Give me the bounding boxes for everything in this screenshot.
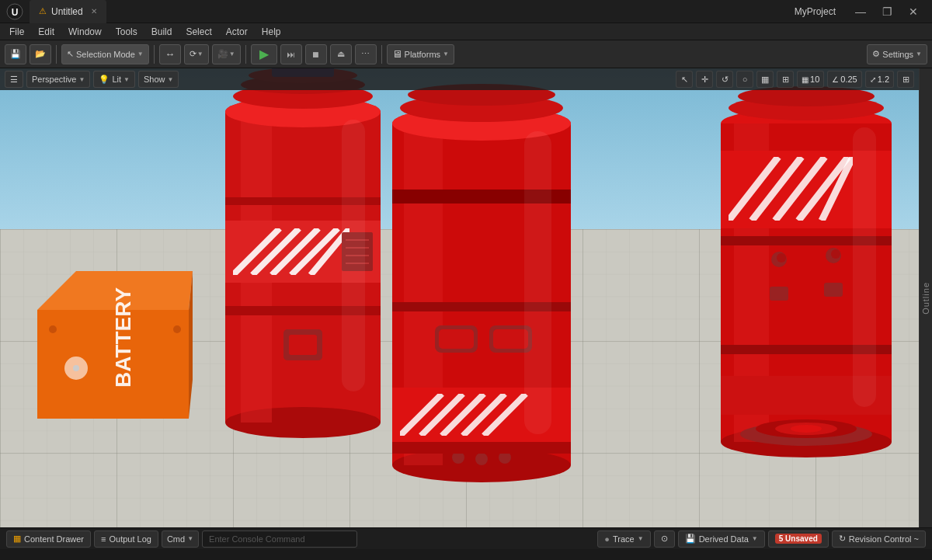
- svg-point-85: [791, 425, 822, 433]
- svg-rect-63: [524, 131, 551, 434]
- eject-button[interactable]: ⏏: [330, 44, 352, 64]
- menu-build[interactable]: Build: [145, 25, 179, 39]
- untitled-tab[interactable]: ⚠ Untitled ✕: [30, 0, 106, 23]
- vp-scale-stat[interactable]: ⤢ 1.2: [865, 71, 894, 88]
- menu-window[interactable]: Window: [62, 25, 108, 39]
- trace-label: Trace: [613, 534, 635, 544]
- tab-warning-icon: ⚠: [39, 6, 47, 16]
- output-log-button[interactable]: ≡ Output Log: [94, 530, 158, 548]
- viewport-canvas[interactable]: BATTERY: [0, 68, 919, 527]
- stop-button[interactable]: ⏹: [305, 44, 327, 64]
- close-button[interactable]: ✕: [901, 4, 926, 19]
- menu-file[interactable]: File: [3, 25, 30, 39]
- show-button[interactable]: Show ▼: [138, 71, 179, 88]
- lit-label: Lit: [112, 75, 121, 84]
- content-drawer-button[interactable]: ▦ Content Drawer: [6, 530, 91, 548]
- vp-scale-icon-btn[interactable]: ○: [736, 71, 753, 88]
- selection-mode-button[interactable]: ↖ Selection Mode ▼: [61, 44, 149, 64]
- tab-bar: ⚠ Untitled ✕: [30, 0, 795, 23]
- settings-area: ⚙ Settings ▼: [867, 44, 927, 64]
- more-options-button[interactable]: ⋯: [355, 44, 377, 64]
- toolbar-separator-3: [245, 45, 246, 64]
- open-icon: 📂: [35, 49, 46, 59]
- menu-help[interactable]: Help: [256, 25, 287, 39]
- menu-actor[interactable]: Actor: [220, 25, 254, 39]
- vp-angle-stat[interactable]: ∠ 0.25: [827, 71, 861, 88]
- scale-icon: ⤢: [870, 75, 876, 84]
- open-button[interactable]: 📂: [30, 44, 51, 64]
- transform-icon: ⟳: [190, 49, 196, 59]
- revision-control-button[interactable]: ↻ Revision Control ~: [832, 530, 926, 548]
- outline-panel: Outline: [919, 68, 932, 527]
- svg-point-11: [49, 325, 57, 333]
- vp-translate-icon-btn[interactable]: ✛: [696, 71, 713, 88]
- tab-title: Untitled: [51, 6, 83, 17]
- revision-control-label: Revision Control ~: [849, 534, 919, 544]
- can1-svg: [217, 68, 388, 454]
- toolbar-separator-1: [56, 45, 57, 64]
- perspective-button[interactable]: Perspective ▼: [26, 71, 90, 88]
- main-toolbar: 💾 📂 ↖ Selection Mode ▼ ↔ ⟳ ▼ 🎥 ▼ ▶ ⏭ ⏹ ⏏…: [0, 40, 932, 68]
- show-dropdown-icon: ▼: [167, 76, 173, 83]
- vp-grid-icon-btn[interactable]: ▦: [756, 71, 774, 88]
- status-bar: ▦ Content Drawer ≡ Output Log Cmd ▼ ● Tr…: [0, 527, 932, 549]
- play-icon: ▶: [259, 47, 269, 61]
- red-can-3: [709, 68, 903, 469]
- platforms-button[interactable]: 🖥 Platforms ▼: [387, 44, 454, 64]
- title-bar: U ⚠ Untitled ✕ MyProject — ❐ ✕: [0, 0, 932, 23]
- svg-rect-80: [824, 283, 843, 297]
- perspective-label: Perspective: [32, 75, 76, 84]
- svg-rect-79: [770, 287, 788, 301]
- restore-button[interactable]: ❐: [875, 4, 899, 19]
- menu-edit[interactable]: Edit: [32, 25, 61, 39]
- vp-select-icon-btn[interactable]: ↖: [676, 71, 693, 88]
- translate-button[interactable]: ↔: [159, 44, 181, 64]
- vp-layout-icon-btn[interactable]: ⊞: [777, 71, 794, 88]
- platforms-icon: 🖥: [392, 48, 402, 60]
- cmd-label: Cmd: [167, 534, 185, 544]
- vp-maximize-btn[interactable]: ⊞: [897, 71, 914, 88]
- settings-button[interactable]: ⚙ Settings ▼: [867, 44, 927, 64]
- lit-button[interactable]: 💡 Lit ▼: [93, 71, 135, 88]
- svg-rect-48: [439, 329, 474, 349]
- menu-bar: File Edit Window Tools Build Select Acto…: [0, 23, 932, 40]
- selection-mode-label: Selection Mode: [76, 50, 135, 59]
- play-button[interactable]: ▶: [251, 44, 277, 64]
- unsaved-button[interactable]: 5 Unsaved: [768, 530, 829, 548]
- camera-dropdown-icon: ▼: [229, 50, 235, 57]
- viewport-menu-button[interactable]: ☰: [5, 71, 23, 88]
- menu-select[interactable]: Select: [179, 25, 217, 39]
- can2-svg: [381, 68, 582, 496]
- transform-group[interactable]: ⟳ ▼: [184, 44, 209, 64]
- derived-data-button[interactable]: 💾 Derived Data ▼: [678, 530, 765, 548]
- trace-icon: ●: [604, 534, 610, 544]
- svg-point-78: [831, 249, 840, 259]
- vp-rotate-icon-btn[interactable]: ↺: [716, 71, 733, 88]
- vp-grid-size[interactable]: ▦ 10: [797, 71, 824, 88]
- cmd-dropdown[interactable]: Cmd ▼: [162, 530, 199, 548]
- viewport-wrapper: BATTERY: [0, 68, 932, 527]
- lit-dropdown-icon: ▼: [123, 76, 130, 83]
- perspective-dropdown-icon: ▼: [78, 76, 85, 83]
- content-drawer-icon: ▦: [13, 534, 21, 544]
- battery-box-svg: BATTERY: [30, 256, 196, 426]
- camera-button[interactable]: 🎥 ▼: [212, 44, 241, 64]
- minimize-button[interactable]: —: [848, 4, 873, 19]
- selection-dropdown-icon: ▼: [137, 50, 144, 57]
- skip-next-button[interactable]: ⏭: [280, 44, 302, 64]
- svg-rect-35: [289, 335, 317, 355]
- save-button[interactable]: 💾: [5, 44, 26, 64]
- tab-close-icon[interactable]: ✕: [91, 7, 97, 16]
- output-log-label: Output Log: [109, 534, 151, 544]
- toolbar-separator-2: [154, 45, 155, 64]
- cmd-dropdown-icon: ▼: [187, 535, 193, 542]
- trace-button[interactable]: ● Trace ▼: [597, 530, 650, 548]
- svg-rect-90: [853, 127, 876, 407]
- menu-tools[interactable]: Tools: [110, 25, 144, 39]
- console-input[interactable]: [202, 530, 357, 548]
- source-control-icon-btn[interactable]: ⊙: [654, 530, 675, 548]
- red-can-2: [381, 68, 582, 496]
- grid-value: 10: [810, 75, 819, 84]
- angle-icon: ∠: [832, 75, 839, 84]
- svg-rect-50: [493, 329, 528, 349]
